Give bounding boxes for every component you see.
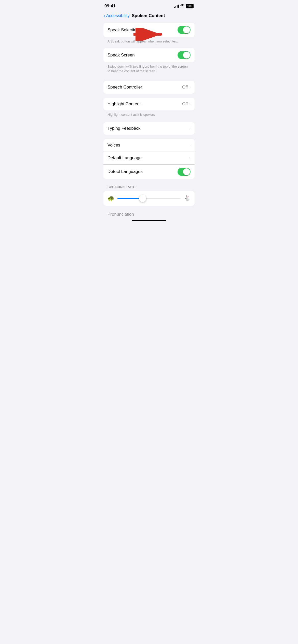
status-bar: 09:41 100	[99, 0, 199, 11]
default-language-label: Default Language	[107, 155, 142, 160]
wifi-icon	[180, 4, 184, 8]
speech-controller-card: Speech Controller Off ›	[103, 81, 195, 94]
voices-label: Voices	[107, 143, 120, 148]
chevron-right-icon: ›	[189, 102, 191, 106]
detect-languages-toggle[interactable]	[178, 168, 191, 176]
speaking-rate-section: SPEAKING RATE 🐢 🐇	[99, 183, 199, 206]
speak-screen-card: Speak Screen	[103, 48, 195, 62]
home-indicator	[99, 218, 199, 222]
chevron-right-icon: ›	[189, 143, 191, 147]
speak-screen-description: Swipe down with two fingers from the top…	[103, 62, 195, 77]
highlight-content-section: Highlight Content Off › Highlight conten…	[103, 98, 195, 120]
highlight-content-right: Off ›	[182, 101, 191, 107]
speaking-rate-slider-card: 🐢 🐇	[103, 191, 195, 206]
speaking-rate-label: SPEAKING RATE	[99, 183, 199, 191]
speak-selection-section: Speak Selection A Speak button will appe…	[103, 23, 195, 47]
language-card: Voices › Default Language › Detect Langu…	[103, 139, 195, 179]
status-icons: 100	[174, 4, 194, 8]
speak-screen-section: Speak Screen Swipe down with two fingers…	[103, 48, 195, 77]
speaking-rate-track	[117, 198, 181, 199]
typing-feedback-right: ›	[189, 126, 191, 130]
highlight-content-row[interactable]: Highlight Content Off ›	[103, 98, 195, 110]
typing-feedback-label: Typing Feedback	[107, 126, 140, 131]
default-language-row[interactable]: Default Language ›	[103, 152, 195, 164]
chevron-right-icon: ›	[189, 126, 191, 130]
default-language-right: ›	[189, 156, 191, 160]
highlight-content-label: Highlight Content	[107, 101, 141, 107]
speak-screen-toggle[interactable]	[178, 51, 191, 59]
battery-icon: 100	[186, 4, 194, 8]
speech-controller-right: Off ›	[182, 85, 191, 90]
speaking-rate-thumb[interactable]	[139, 195, 146, 202]
detect-languages-row: Detect Languages	[103, 164, 195, 179]
chevron-right-icon: ›	[189, 156, 191, 160]
speak-selection-card: Speak Selection	[103, 23, 195, 37]
voices-row[interactable]: Voices ›	[103, 139, 195, 152]
typing-feedback-card: Typing Feedback ›	[103, 122, 195, 135]
language-section: Voices › Default Language › Detect Langu…	[103, 139, 195, 179]
page-title: Spoken Content	[132, 13, 165, 18]
speak-selection-row: Speak Selection	[103, 23, 195, 37]
turtle-icon: 🐢	[107, 195, 114, 202]
speak-screen-label: Speak Screen	[107, 53, 135, 58]
speak-selection-description: A Speak button will appear when you sele…	[103, 37, 195, 47]
highlight-content-card: Highlight Content Off ›	[103, 98, 195, 110]
speech-controller-value: Off	[182, 85, 188, 90]
highlight-content-value: Off	[182, 101, 188, 107]
speech-controller-section: Speech Controller Off ›	[103, 81, 195, 94]
speech-controller-label: Speech Controller	[107, 85, 142, 90]
nav-bar: ‹ Accessibility Spoken Content	[99, 11, 199, 23]
highlight-content-description: Highlight content as it is spoken.	[103, 110, 195, 120]
pronunciation-row-hint: Pronunciation	[99, 208, 199, 218]
home-bar	[132, 220, 166, 221]
speak-screen-row: Speak Screen	[103, 48, 195, 62]
toggle-knob	[183, 168, 190, 175]
pronunciation-label: Pronunciation	[103, 212, 142, 218]
back-chevron-icon: ‹	[103, 13, 105, 19]
toggle-knob	[183, 26, 190, 33]
voices-right: ›	[189, 143, 191, 147]
speak-selection-toggle[interactable]	[178, 26, 191, 34]
speaking-rate-card-wrapper: 🐢 🐇	[103, 191, 195, 206]
detect-languages-label: Detect Languages	[107, 169, 143, 174]
back-button[interactable]: ‹ Accessibility	[103, 13, 130, 19]
rabbit-icon: 🐇	[184, 195, 191, 202]
typing-feedback-row[interactable]: Typing Feedback ›	[103, 122, 195, 135]
toggle-knob	[183, 52, 190, 58]
speak-selection-label: Speak Selection	[107, 27, 139, 33]
typing-feedback-section: Typing Feedback ›	[103, 122, 195, 135]
battery-level: 100	[187, 4, 192, 8]
speech-controller-row[interactable]: Speech Controller Off ›	[103, 81, 195, 94]
back-label: Accessibility	[106, 13, 130, 18]
status-time: 09:41	[104, 4, 115, 9]
chevron-right-icon: ›	[189, 85, 191, 89]
signal-bars-icon	[174, 5, 179, 8]
